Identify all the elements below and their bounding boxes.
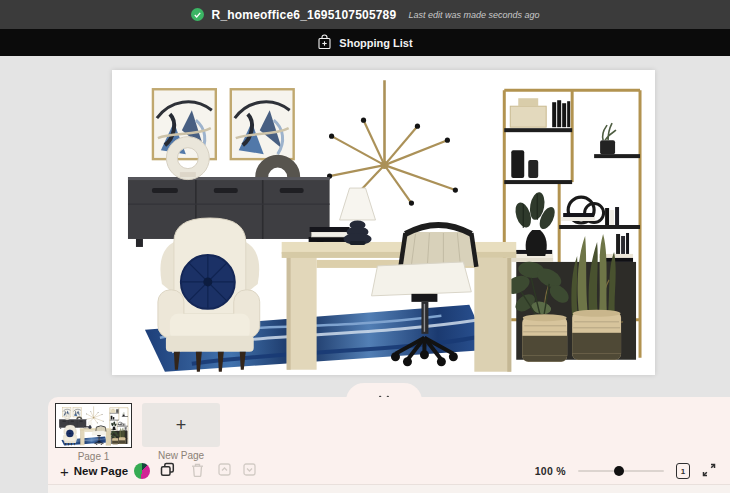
- fullscreen-button[interactable]: [702, 463, 716, 480]
- move-page-down-button[interactable]: [243, 463, 256, 479]
- action-bar: Shopping List: [0, 29, 730, 56]
- last-edit-note: Last edit was made seconds ago: [408, 10, 539, 20]
- document-title[interactable]: R_homeoffice6_1695107505789: [212, 8, 397, 22]
- page-number-indicator[interactable]: 1: [676, 463, 690, 479]
- move-page-up-button[interactable]: [218, 463, 231, 479]
- page-thumbnail-preview: [57, 405, 130, 446]
- page-1-block: Page 1: [55, 403, 132, 462]
- theme-colors-button[interactable]: [128, 463, 150, 479]
- zoom-percent-label: 100 %: [535, 465, 566, 477]
- chevron-up-square-icon: [218, 463, 231, 479]
- panel-bottom-strip: [48, 484, 730, 493]
- pages-panel: Page 1 + New Page + New Page: [48, 397, 730, 484]
- color-wheel-icon: [134, 463, 150, 479]
- zoom-slider-thumb[interactable]: [614, 466, 624, 476]
- new-page-block: + New Page: [142, 403, 220, 462]
- duplicate-page-button[interactable]: [160, 462, 175, 480]
- fullscreen-icon: [702, 463, 716, 480]
- moodboard-image: [112, 70, 655, 375]
- shopping-bag-plus-icon: [317, 34, 332, 52]
- page-thumbnails-row: Page 1 + New Page: [55, 403, 220, 462]
- design-page[interactable]: [112, 70, 655, 375]
- delete-page-button[interactable]: [191, 463, 204, 480]
- page-thumbnail[interactable]: [55, 403, 132, 448]
- navy-round-pillow: [181, 255, 235, 309]
- shopping-list-label: Shopping List: [339, 37, 412, 49]
- app-window: R_homeoffice6_1695107505789 Last edit wa…: [0, 0, 730, 493]
- trash-icon: [191, 463, 204, 480]
- page-number: 1: [681, 467, 685, 476]
- duplicate-icon: [160, 462, 175, 480]
- new-page-button[interactable]: + New Page: [60, 464, 128, 479]
- check-circle-icon: [191, 8, 204, 21]
- new-page-tile[interactable]: +: [142, 403, 220, 447]
- shopping-list-button[interactable]: Shopping List: [317, 34, 412, 52]
- new-page-button-label: New Page: [74, 465, 128, 477]
- chevron-down-square-icon: [243, 463, 256, 479]
- zoom-slider[interactable]: [578, 465, 664, 477]
- pages-toolbar: + New Page: [48, 459, 730, 483]
- plus-icon: +: [60, 464, 69, 479]
- top-bar: R_homeoffice6_1695107505789 Last edit wa…: [0, 0, 730, 29]
- plus-icon: +: [176, 415, 187, 435]
